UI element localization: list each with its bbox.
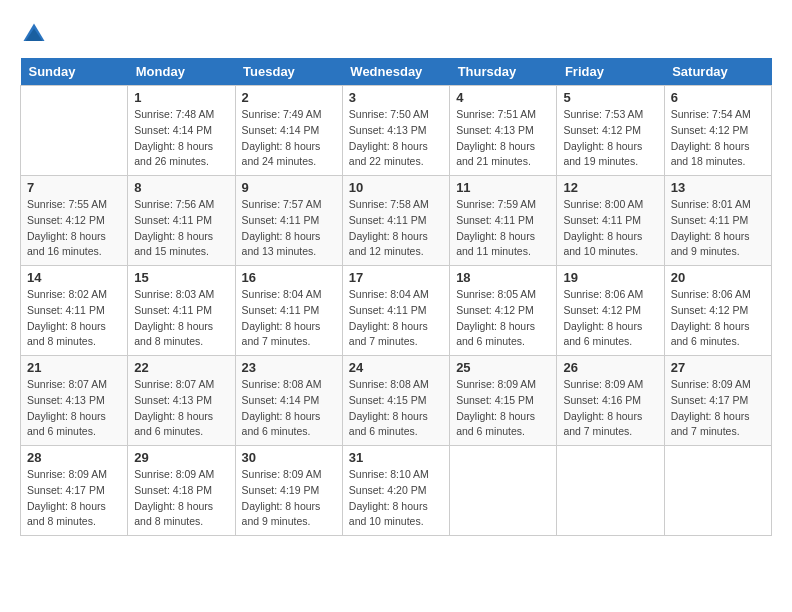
day-number: 22: [134, 360, 228, 375]
day-info: Sunrise: 8:09 AM Sunset: 4:17 PM Dayligh…: [671, 377, 765, 440]
day-number: 2: [242, 90, 336, 105]
day-number: 13: [671, 180, 765, 195]
day-info: Sunrise: 8:06 AM Sunset: 4:12 PM Dayligh…: [671, 287, 765, 350]
day-info: Sunrise: 8:09 AM Sunset: 4:18 PM Dayligh…: [134, 467, 228, 530]
day-info: Sunrise: 8:05 AM Sunset: 4:12 PM Dayligh…: [456, 287, 550, 350]
day-number: 12: [563, 180, 657, 195]
calendar-week-row: 21Sunrise: 8:07 AM Sunset: 4:13 PM Dayli…: [21, 356, 772, 446]
day-info: Sunrise: 7:56 AM Sunset: 4:11 PM Dayligh…: [134, 197, 228, 260]
calendar-cell: 4Sunrise: 7:51 AM Sunset: 4:13 PM Daylig…: [450, 86, 557, 176]
day-number: 27: [671, 360, 765, 375]
day-number: 26: [563, 360, 657, 375]
calendar-cell: [664, 446, 771, 536]
day-number: 29: [134, 450, 228, 465]
day-info: Sunrise: 7:48 AM Sunset: 4:14 PM Dayligh…: [134, 107, 228, 170]
calendar-cell: 18Sunrise: 8:05 AM Sunset: 4:12 PM Dayli…: [450, 266, 557, 356]
calendar-cell: 2Sunrise: 7:49 AM Sunset: 4:14 PM Daylig…: [235, 86, 342, 176]
day-number: 30: [242, 450, 336, 465]
day-info: Sunrise: 8:08 AM Sunset: 4:15 PM Dayligh…: [349, 377, 443, 440]
day-info: Sunrise: 8:10 AM Sunset: 4:20 PM Dayligh…: [349, 467, 443, 530]
day-number: 24: [349, 360, 443, 375]
calendar-cell: 25Sunrise: 8:09 AM Sunset: 4:15 PM Dayli…: [450, 356, 557, 446]
calendar-cell: 5Sunrise: 7:53 AM Sunset: 4:12 PM Daylig…: [557, 86, 664, 176]
calendar-week-row: 1Sunrise: 7:48 AM Sunset: 4:14 PM Daylig…: [21, 86, 772, 176]
day-number: 28: [27, 450, 121, 465]
day-number: 23: [242, 360, 336, 375]
day-info: Sunrise: 7:58 AM Sunset: 4:11 PM Dayligh…: [349, 197, 443, 260]
calendar-cell: 12Sunrise: 8:00 AM Sunset: 4:11 PM Dayli…: [557, 176, 664, 266]
calendar-cell: 13Sunrise: 8:01 AM Sunset: 4:11 PM Dayli…: [664, 176, 771, 266]
weekday-header-tuesday: Tuesday: [235, 58, 342, 86]
day-number: 4: [456, 90, 550, 105]
calendar-cell: [21, 86, 128, 176]
day-number: 16: [242, 270, 336, 285]
day-info: Sunrise: 8:00 AM Sunset: 4:11 PM Dayligh…: [563, 197, 657, 260]
day-info: Sunrise: 8:02 AM Sunset: 4:11 PM Dayligh…: [27, 287, 121, 350]
calendar-cell: 10Sunrise: 7:58 AM Sunset: 4:11 PM Dayli…: [342, 176, 449, 266]
day-number: 21: [27, 360, 121, 375]
calendar-cell: 22Sunrise: 8:07 AM Sunset: 4:13 PM Dayli…: [128, 356, 235, 446]
calendar-cell: 29Sunrise: 8:09 AM Sunset: 4:18 PM Dayli…: [128, 446, 235, 536]
day-info: Sunrise: 8:07 AM Sunset: 4:13 PM Dayligh…: [134, 377, 228, 440]
day-number: 7: [27, 180, 121, 195]
day-number: 19: [563, 270, 657, 285]
day-number: 31: [349, 450, 443, 465]
calendar-cell: 6Sunrise: 7:54 AM Sunset: 4:12 PM Daylig…: [664, 86, 771, 176]
day-number: 25: [456, 360, 550, 375]
calendar-cell: 23Sunrise: 8:08 AM Sunset: 4:14 PM Dayli…: [235, 356, 342, 446]
day-info: Sunrise: 8:08 AM Sunset: 4:14 PM Dayligh…: [242, 377, 336, 440]
weekday-header-wednesday: Wednesday: [342, 58, 449, 86]
day-info: Sunrise: 8:06 AM Sunset: 4:12 PM Dayligh…: [563, 287, 657, 350]
calendar-cell: 27Sunrise: 8:09 AM Sunset: 4:17 PM Dayli…: [664, 356, 771, 446]
day-info: Sunrise: 7:49 AM Sunset: 4:14 PM Dayligh…: [242, 107, 336, 170]
day-info: Sunrise: 7:54 AM Sunset: 4:12 PM Dayligh…: [671, 107, 765, 170]
weekday-header-thursday: Thursday: [450, 58, 557, 86]
weekday-header-saturday: Saturday: [664, 58, 771, 86]
day-info: Sunrise: 7:55 AM Sunset: 4:12 PM Dayligh…: [27, 197, 121, 260]
day-info: Sunrise: 8:07 AM Sunset: 4:13 PM Dayligh…: [27, 377, 121, 440]
day-info: Sunrise: 8:09 AM Sunset: 4:17 PM Dayligh…: [27, 467, 121, 530]
day-number: 1: [134, 90, 228, 105]
calendar-cell: 24Sunrise: 8:08 AM Sunset: 4:15 PM Dayli…: [342, 356, 449, 446]
calendar-cell: 19Sunrise: 8:06 AM Sunset: 4:12 PM Dayli…: [557, 266, 664, 356]
page-header: [20, 20, 772, 48]
calendar-week-row: 28Sunrise: 8:09 AM Sunset: 4:17 PM Dayli…: [21, 446, 772, 536]
calendar-cell: 16Sunrise: 8:04 AM Sunset: 4:11 PM Dayli…: [235, 266, 342, 356]
day-info: Sunrise: 7:50 AM Sunset: 4:13 PM Dayligh…: [349, 107, 443, 170]
calendar-cell: 15Sunrise: 8:03 AM Sunset: 4:11 PM Dayli…: [128, 266, 235, 356]
calendar-cell: 17Sunrise: 8:04 AM Sunset: 4:11 PM Dayli…: [342, 266, 449, 356]
day-info: Sunrise: 8:01 AM Sunset: 4:11 PM Dayligh…: [671, 197, 765, 260]
calendar-cell: 1Sunrise: 7:48 AM Sunset: 4:14 PM Daylig…: [128, 86, 235, 176]
weekday-header-sunday: Sunday: [21, 58, 128, 86]
day-number: 20: [671, 270, 765, 285]
day-info: Sunrise: 7:57 AM Sunset: 4:11 PM Dayligh…: [242, 197, 336, 260]
day-number: 14: [27, 270, 121, 285]
day-info: Sunrise: 8:09 AM Sunset: 4:15 PM Dayligh…: [456, 377, 550, 440]
calendar-cell: 20Sunrise: 8:06 AM Sunset: 4:12 PM Dayli…: [664, 266, 771, 356]
day-number: 15: [134, 270, 228, 285]
day-number: 10: [349, 180, 443, 195]
logo: [20, 20, 50, 48]
day-info: Sunrise: 7:59 AM Sunset: 4:11 PM Dayligh…: [456, 197, 550, 260]
day-info: Sunrise: 7:53 AM Sunset: 4:12 PM Dayligh…: [563, 107, 657, 170]
day-number: 8: [134, 180, 228, 195]
calendar-cell: 28Sunrise: 8:09 AM Sunset: 4:17 PM Dayli…: [21, 446, 128, 536]
day-number: 3: [349, 90, 443, 105]
calendar-cell: 11Sunrise: 7:59 AM Sunset: 4:11 PM Dayli…: [450, 176, 557, 266]
weekday-header-monday: Monday: [128, 58, 235, 86]
day-info: Sunrise: 8:04 AM Sunset: 4:11 PM Dayligh…: [349, 287, 443, 350]
calendar-cell: 14Sunrise: 8:02 AM Sunset: 4:11 PM Dayli…: [21, 266, 128, 356]
calendar-table: SundayMondayTuesdayWednesdayThursdayFrid…: [20, 58, 772, 536]
day-number: 18: [456, 270, 550, 285]
calendar-header: SundayMondayTuesdayWednesdayThursdayFrid…: [21, 58, 772, 86]
calendar-body: 1Sunrise: 7:48 AM Sunset: 4:14 PM Daylig…: [21, 86, 772, 536]
day-info: Sunrise: 8:03 AM Sunset: 4:11 PM Dayligh…: [134, 287, 228, 350]
calendar-cell: [557, 446, 664, 536]
calendar-cell: 9Sunrise: 7:57 AM Sunset: 4:11 PM Daylig…: [235, 176, 342, 266]
calendar-cell: 21Sunrise: 8:07 AM Sunset: 4:13 PM Dayli…: [21, 356, 128, 446]
day-info: Sunrise: 8:09 AM Sunset: 4:19 PM Dayligh…: [242, 467, 336, 530]
logo-icon: [20, 20, 48, 48]
day-info: Sunrise: 8:09 AM Sunset: 4:16 PM Dayligh…: [563, 377, 657, 440]
day-number: 5: [563, 90, 657, 105]
day-number: 6: [671, 90, 765, 105]
